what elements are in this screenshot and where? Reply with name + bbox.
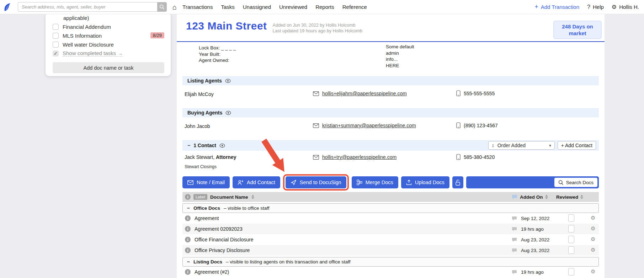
agent-name: John Jacob <box>185 123 210 129</box>
contact-company: Stewart Closings <box>185 164 217 169</box>
sort-icon[interactable] <box>545 195 548 199</box>
info-icon[interactable] <box>185 269 191 275</box>
group-subtitle: – visible to office staff <box>224 205 270 211</box>
task-row-financial-addendum: Financial Addendum <box>53 23 164 30</box>
task-checkbox[interactable] <box>53 33 59 39</box>
eye-icon[interactable] <box>225 79 231 83</box>
merge-icon <box>357 180 362 185</box>
user-name: Hollis H. <box>619 4 639 10</box>
gear-icon[interactable]: ⚙ <box>591 268 595 275</box>
agent-phone: (890) 123-4567 <box>464 123 498 128</box>
agent-name: Elijah McCoy <box>185 91 214 97</box>
info-icon[interactable] <box>185 247 191 253</box>
doc-name[interactable]: Agreement <box>195 215 219 221</box>
note-email-button[interactable]: Note / Email <box>182 176 230 188</box>
gear-icon[interactable]: ⚙ <box>591 215 595 221</box>
search-input[interactable] <box>18 2 157 12</box>
reviewed-checkbox[interactable] <box>568 246 574 254</box>
task-checkbox[interactable] <box>53 42 59 48</box>
show-completed-link[interactable]: Show completed tasks → <box>63 50 123 57</box>
collapse-icon[interactable]: − <box>187 143 190 148</box>
doc-added-date: 19 hrs ago <box>521 269 544 275</box>
info-icon[interactable] <box>185 194 191 200</box>
column-added-on[interactable]: Added On <box>520 192 548 202</box>
doc-name[interactable]: Agreement 02092023 <box>195 226 243 232</box>
add-contact-button[interactable]: Add Contact <box>233 176 280 188</box>
task-label: MLS Information <box>63 33 102 39</box>
eye-icon[interactable] <box>219 143 225 148</box>
home-icon[interactable]: ⌂ <box>172 4 177 11</box>
nav-reference[interactable]: Reference <box>342 4 367 10</box>
send-to-docusign-button[interactable]: Send to DocuSign <box>286 176 346 188</box>
doc-added-date: Aug 23, 2022 <box>521 237 549 242</box>
envelope-icon <box>187 180 193 185</box>
doc-name[interactable]: Office Financial Disclosure <box>195 237 253 242</box>
column-reviewed[interactable]: Reviewed <box>556 192 583 202</box>
doc-row: Office Financial Disclosure Aug 23, 2022… <box>182 234 599 245</box>
contact-phone-cell: 585-380-4520 <box>456 154 495 160</box>
added-line: Added on Jun 30, 2022 by Hollis Holcomb <box>273 22 362 28</box>
contacts-banner: − 1 Contact ↕ Order Added ▾ + Add Contac… <box>182 140 599 151</box>
app-logo-icon[interactable] <box>3 2 12 12</box>
contact-email-link[interactable]: hollis+try@paperlesspipeline.com <box>322 154 396 160</box>
gear-icon[interactable]: ⚙ <box>591 236 595 242</box>
agent-email-cell: hollis+elijahm@paperlesspipeline.com <box>313 91 407 96</box>
doc-row: Agreement (#2) 19 hrs ago ⚙ <box>182 267 599 277</box>
comment-icon <box>512 248 517 254</box>
gear-icon[interactable]: ⚙ <box>591 247 595 253</box>
agent-email-link[interactable]: kristian+summary@paperlesspipeline.com <box>322 123 416 128</box>
collapse-icon[interactable]: − <box>187 205 190 211</box>
doc-row: Agreement Sep 12, 2022 ⚙ <box>182 213 599 224</box>
nav-tasks[interactable]: Tasks <box>221 4 234 10</box>
info-icon[interactable] <box>185 215 191 221</box>
agent-email-link[interactable]: hollis+elijahm@paperlesspipeline.com <box>322 91 407 96</box>
add-transaction-button[interactable]: + Add Transaction <box>534 3 579 11</box>
merge-docs-label: Merge Docs <box>366 180 393 185</box>
sort-selected-value: Order Added <box>497 143 526 148</box>
doc-name[interactable]: Office Privacy Disclosure <box>195 247 250 253</box>
search-icon <box>159 4 165 10</box>
add-doc-or-task-button[interactable]: Add doc name or task <box>53 62 164 73</box>
show-completed-checkbox[interactable]: ✓ <box>53 50 59 57</box>
comment-icon <box>512 227 517 232</box>
sort-icon[interactable] <box>580 195 583 199</box>
reviewed-checkbox[interactable] <box>568 225 574 232</box>
search-button[interactable] <box>157 2 167 12</box>
info-icon[interactable] <box>185 237 191 242</box>
info-icon[interactable] <box>185 226 191 232</box>
reviewed-checkbox[interactable] <box>568 236 574 243</box>
column-document-name[interactable]: Document Name <box>210 194 248 200</box>
upload-docs-button[interactable]: Upload Docs <box>401 176 449 188</box>
doc-row: Agreement 02092023 19 hrs ago ⚙ <box>182 224 599 234</box>
reviewed-checkbox[interactable] <box>568 214 574 222</box>
unlock-button[interactable] <box>452 176 463 188</box>
gear-icon[interactable]: ⚙ <box>591 225 595 232</box>
nav-reports[interactable]: Reports <box>315 4 334 10</box>
merge-docs-button[interactable]: Merge Docs <box>352 176 398 188</box>
eye-icon[interactable] <box>225 111 231 115</box>
property-details: Lock Box: _ _ _ _ Year Built: Agent Owne… <box>177 42 605 76</box>
group-office-docs: − Office Docs – visible to office staff <box>182 203 599 213</box>
contact-sort-dropdown[interactable]: ↕ Order Added ▾ <box>488 141 555 150</box>
docusign-highlight-annotation: Send to DocuSign <box>283 174 349 191</box>
reviewed-checkbox[interactable] <box>568 268 574 276</box>
buying-agents-title: Buying Agents <box>187 110 222 116</box>
help-button[interactable]: ? Help <box>587 4 604 10</box>
group-title: Office Docs <box>193 205 220 211</box>
contact-row: Jack Stewart, Attorney Stewart Closings … <box>177 151 605 173</box>
agent-phone-cell: 555-555-5555 <box>456 90 495 96</box>
page-title: 123 Main Street <box>186 20 267 32</box>
user-menu[interactable]: ⚙ Hollis H. <box>612 4 639 10</box>
envelope-icon <box>313 123 319 128</box>
doc-name[interactable]: Agreement (#2) <box>195 269 229 275</box>
details-right-column: Some default admin info... HERE <box>386 44 414 69</box>
task-checkbox[interactable] <box>53 24 59 30</box>
nav-transactions[interactable]: Transactions <box>182 4 213 10</box>
sort-icon[interactable] <box>251 195 254 199</box>
collapse-icon[interactable]: − <box>187 259 190 264</box>
contacts-title: 1 Contact <box>193 143 216 148</box>
nav-unreviewed[interactable]: Unreviewed <box>279 4 307 10</box>
add-contact-button-secondary[interactable]: + Add Contact <box>558 141 596 150</box>
search-docs-button[interactable]: Search Docs <box>554 178 597 187</box>
nav-unassigned[interactable]: Unassigned <box>243 4 271 10</box>
